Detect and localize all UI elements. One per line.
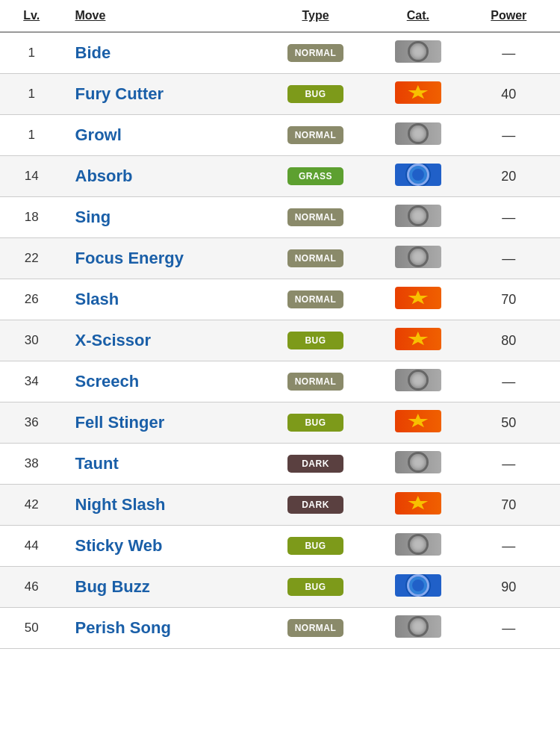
move-category: [379, 32, 458, 74]
move-name: Fury Cutter: [75, 84, 164, 103]
special-category-icon: [395, 164, 441, 186]
move-type: DARK: [252, 444, 379, 485]
table-row: 42Night SlashDARK70: [0, 485, 560, 526]
type-badge: BUG: [287, 85, 343, 103]
table-row: 18SingNORMAL—: [0, 197, 560, 238]
move-level: 22: [0, 238, 63, 279]
header-move: Move: [63, 0, 253, 32]
physical-category-icon: [395, 81, 441, 104]
move-name: Focus Energy: [75, 249, 184, 267]
table-row: 1GrowlNORMAL—: [0, 115, 560, 156]
move-type: BUG: [252, 402, 379, 444]
physical-category-icon: [395, 328, 441, 350]
header-type: Type: [252, 0, 379, 32]
move-power: 20: [458, 156, 560, 197]
move-level: 18: [0, 197, 63, 238]
move-category: [379, 485, 458, 526]
move-name-cell: Slash: [63, 279, 253, 320]
move-name-cell: Bug Buzz: [63, 567, 253, 608]
move-power: —: [458, 608, 560, 649]
move-name: X-Scissor: [75, 331, 152, 349]
physical-category-icon: [395, 492, 441, 514]
table-row: 30X-ScissorBUG80: [0, 320, 560, 361]
move-name: Fell Stinger: [75, 413, 165, 432]
type-badge: NORMAL: [287, 373, 344, 391]
table-row: 36Fell StingerBUG50: [0, 402, 560, 444]
move-name-cell: Screech: [63, 361, 253, 402]
status-category-icon: [395, 205, 441, 227]
move-type: NORMAL: [252, 197, 379, 238]
table-row: 26SlashNORMAL70: [0, 279, 560, 320]
move-name: Growl: [75, 125, 122, 144]
move-type: NORMAL: [252, 115, 379, 156]
move-name: Bide: [75, 43, 111, 62]
move-name-cell: Focus Energy: [63, 238, 253, 279]
move-power: —: [458, 115, 560, 156]
move-type: GRASS: [252, 156, 379, 197]
move-type: NORMAL: [252, 279, 379, 320]
move-level: 26: [0, 279, 63, 320]
type-badge: GRASS: [287, 167, 343, 185]
move-name-cell: Sing: [63, 197, 253, 238]
type-badge: NORMAL: [287, 290, 344, 308]
moves-table: Lv. Move Type Cat. Power 1BideNORMAL—1Fu…: [0, 0, 560, 649]
type-badge: NORMAL: [287, 44, 344, 62]
type-badge: BUG: [287, 578, 343, 596]
move-power: 90: [458, 567, 560, 608]
move-category: [379, 238, 458, 279]
move-power: —: [458, 526, 560, 567]
header-power: Power: [458, 0, 560, 32]
move-type: NORMAL: [252, 32, 379, 74]
move-category: [379, 361, 458, 402]
move-power: 50: [458, 402, 560, 444]
type-badge: NORMAL: [287, 249, 344, 267]
move-name: Sing: [75, 208, 111, 226]
type-badge: NORMAL: [287, 208, 344, 226]
move-category: [379, 608, 458, 649]
type-badge: BUG: [287, 537, 343, 555]
move-name-cell: Night Slash: [63, 485, 253, 526]
move-name-cell: X-Scissor: [63, 320, 253, 361]
move-level: 1: [0, 32, 63, 74]
move-name-cell: Taunt: [63, 444, 253, 485]
move-level: 44: [0, 526, 63, 567]
move-power: 70: [458, 279, 560, 320]
move-category: [379, 156, 458, 197]
move-name: Sticky Web: [75, 536, 163, 555]
physical-category-icon: [395, 410, 441, 432]
move-power: —: [458, 444, 560, 485]
move-category: [379, 567, 458, 608]
move-power: —: [458, 32, 560, 74]
status-category-icon: [395, 451, 441, 473]
move-power: —: [458, 197, 560, 238]
move-level: 1: [0, 115, 63, 156]
move-level: 34: [0, 361, 63, 402]
status-category-icon: [395, 533, 441, 556]
move-power: 80: [458, 320, 560, 361]
move-type: NORMAL: [252, 238, 379, 279]
type-badge: NORMAL: [287, 619, 344, 637]
type-badge: DARK: [287, 455, 343, 473]
move-level: 46: [0, 567, 63, 608]
move-name-cell: Perish Song: [63, 608, 253, 649]
move-name: Night Slash: [75, 495, 166, 514]
move-category: [379, 320, 458, 361]
move-type: NORMAL: [252, 361, 379, 402]
move-type: NORMAL: [252, 608, 379, 649]
move-category: [379, 115, 458, 156]
move-type: BUG: [252, 526, 379, 567]
status-category-icon: [395, 40, 441, 63]
move-name: Slash: [75, 290, 119, 308]
move-category: [379, 74, 458, 115]
type-badge: DARK: [287, 496, 343, 514]
move-category: [379, 444, 458, 485]
move-name: Absorb: [75, 167, 133, 185]
table-row: 46Bug BuzzBUG90: [0, 567, 560, 608]
status-category-icon: [395, 122, 441, 145]
move-type: BUG: [252, 567, 379, 608]
table-row: 1Fury CutterBUG40: [0, 74, 560, 115]
move-power: —: [458, 361, 560, 402]
move-level: 42: [0, 485, 63, 526]
table-row: 22Focus EnergyNORMAL—: [0, 238, 560, 279]
type-badge: BUG: [287, 332, 343, 349]
